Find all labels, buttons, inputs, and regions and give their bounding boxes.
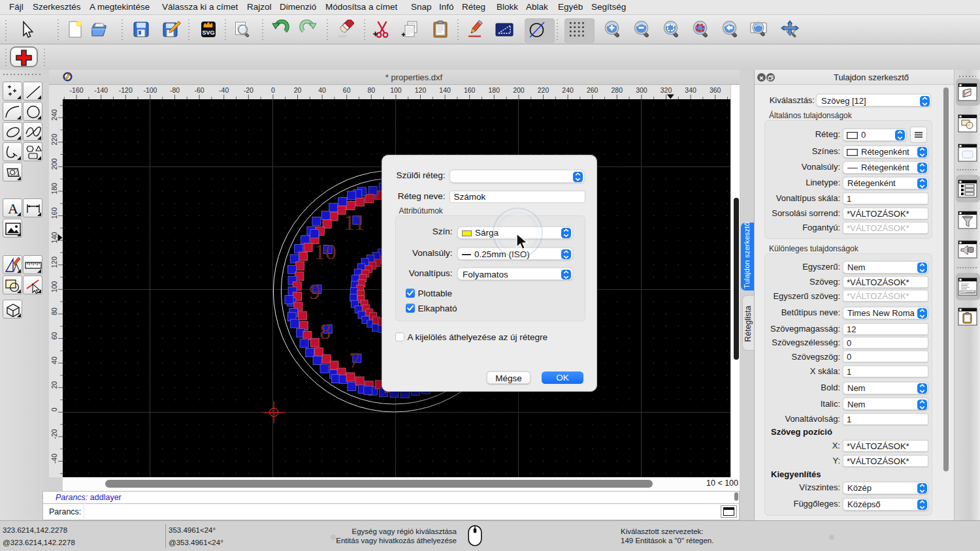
svg-text:C:\ command: C:\ command (961, 291, 975, 294)
svg-text:40: 40 (50, 356, 58, 364)
svg-text:180: 180 (488, 86, 500, 94)
svg-text:11: 11 (344, 210, 365, 234)
svg-text:300: 300 (636, 86, 647, 94)
svg-text:20: 20 (293, 86, 301, 94)
svg-text:360: 360 (710, 86, 721, 94)
svg-text:40: 40 (318, 86, 326, 94)
svg-text:160: 160 (464, 86, 476, 94)
svg-text:9: 9 (308, 279, 319, 304)
svg-text:20: 20 (50, 381, 58, 389)
svg-text:0: 0 (50, 407, 58, 411)
svg-text:60: 60 (342, 86, 350, 94)
svg-text:-20: -20 (243, 86, 253, 94)
svg-text:100: 100 (50, 281, 58, 292)
svg-text:80: 80 (50, 307, 58, 315)
svg-text:8: 8 (319, 319, 331, 343)
svg-text:10: 10 (314, 240, 336, 264)
svg-text:-80: -80 (170, 86, 180, 94)
svg-text:100: 100 (390, 86, 402, 94)
svg-text:60: 60 (50, 332, 58, 340)
svg-text:260: 260 (587, 86, 598, 94)
svg-text:160: 160 (50, 208, 58, 219)
svg-text:-120: -120 (118, 86, 132, 94)
svg-text:0: 0 (271, 86, 275, 94)
svg-text:-160: -160 (69, 86, 83, 94)
svg-text:140: 140 (439, 86, 451, 94)
svg-text:140: 140 (50, 232, 58, 244)
svg-text:80: 80 (367, 86, 375, 94)
svg-text:-60: -60 (194, 86, 204, 94)
svg-text:-100: -100 (143, 86, 157, 94)
svg-text:-40: -40 (219, 86, 229, 94)
svg-text:340: 340 (685, 86, 696, 94)
svg-text:220: 220 (537, 86, 549, 94)
svg-text:180: 180 (50, 183, 58, 195)
svg-text:-20: -20 (50, 429, 58, 439)
svg-text:280: 280 (611, 86, 623, 94)
svg-text:240: 240 (562, 86, 574, 94)
svg-text:320: 320 (660, 86, 672, 94)
svg-text:200: 200 (50, 158, 58, 170)
svg-text:120: 120 (414, 86, 426, 94)
svg-text:-140: -140 (94, 86, 108, 94)
svg-text:7: 7 (348, 348, 359, 372)
svg-text:-40: -40 (50, 454, 58, 464)
svg-text:200: 200 (513, 86, 525, 94)
svg-text:SVG: SVG (202, 29, 214, 36)
svg-text:240: 240 (50, 109, 58, 121)
svg-text:120: 120 (50, 257, 58, 268)
svg-text:220: 220 (50, 134, 58, 146)
